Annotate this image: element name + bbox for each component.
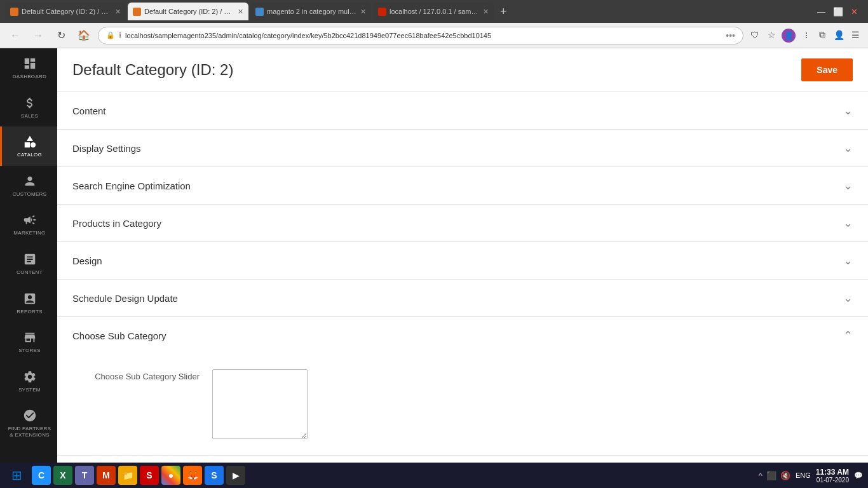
address-options[interactable]: ••• (726, 30, 735, 41)
sidebar-label-catalog: CATALOG (17, 152, 42, 158)
taskbar-app-app-s2[interactable]: S (205, 466, 224, 485)
taskbar-system-icons: ^ ⬛ 🔇 (759, 471, 790, 480)
sidebar-item-content[interactable]: CONTENT (0, 244, 57, 283)
back-button[interactable]: ← (6, 27, 24, 44)
reports-icon (22, 291, 37, 306)
catalog-icon (22, 134, 37, 149)
browser-tab-tab2[interactable]: Default Category (ID: 2) / Cate... ✕ (128, 3, 248, 20)
new-tab-button[interactable]: + (500, 5, 507, 18)
accordion-header-display-settings[interactable]: Display Settings ⌄ (57, 130, 868, 166)
svg-point-0 (30, 142, 35, 147)
maximize-button[interactable]: ⬜ (833, 7, 843, 17)
sidebar-item-partners[interactable]: FIND PARTNERS& EXTENSIONS (0, 400, 57, 445)
accordion-title-design: Design (72, 255, 102, 266)
accordion-section-content: Content ⌄ (57, 92, 868, 130)
sidebar-item-customers[interactable]: CUSTOMERS (0, 166, 57, 205)
accordion-section-seo: Search Engine Optimization ⌄ (57, 167, 868, 205)
accordion-title-display-settings: Display Settings (72, 143, 141, 154)
speaker-icon[interactable]: 🔇 (780, 471, 790, 480)
split-view-icon[interactable]: ⧉ (816, 29, 829, 41)
minimize-button[interactable]: — (817, 7, 825, 17)
network-icon[interactable]: ⬛ (766, 471, 776, 480)
taskbar-clock[interactable]: 11:33 AM 01-07-2020 (816, 468, 849, 484)
home-button[interactable]: 🏠 (75, 27, 93, 44)
sidebar-label-system: SYSTEM (18, 387, 41, 393)
notification-icon[interactable]: 💬 (854, 471, 863, 480)
sidebar-item-catalog[interactable]: CATALOG (0, 126, 57, 166)
page-header: Default Category (ID: 2) Save (57, 48, 868, 92)
sub-category-slider-select[interactable] (212, 369, 308, 439)
avatar-icon[interactable]: 👤 (782, 29, 796, 43)
sidebar-item-dashboard[interactable]: DASHBOARD (0, 48, 57, 88)
save-button[interactable]: Save (801, 58, 853, 81)
sidebar-item-sales[interactable]: SALES (0, 88, 57, 127)
accordion-chevron-schedule: ⌄ (843, 291, 853, 305)
address-text: localhost/samplemagento235/admin/catalog… (125, 32, 722, 39)
accordion-body-sub-category: Choose Sub Category Slider (57, 354, 868, 455)
accordion-chevron-content: ⌄ (843, 104, 853, 118)
accordion-section-sub-category: Choose Sub Category ⌃ Choose Sub Categor… (57, 317, 868, 456)
accordion-title-content: Content (72, 105, 106, 116)
accordion-header-design[interactable]: Design ⌄ (57, 242, 868, 279)
sub-category-slider-label: Choose Sub Category Slider (72, 369, 200, 381)
browser-toolbar: ← → ↻ 🏠 🔒 ℹ localhost/samplemagento235/a… (0, 23, 868, 48)
accordion-section-products: Products in Category ⌄ (57, 205, 868, 242)
accordion-header-products[interactable]: Products in Category ⌄ (57, 205, 868, 241)
reload-button[interactable]: ↻ (52, 27, 70, 44)
taskbar-right: ^ ⬛ 🔇 ENG 11:33 AM 01-07-2020 💬 (759, 468, 863, 484)
sidebar-label-partners: FIND PARTNERS& EXTENSIONS (8, 426, 51, 438)
sidebar-label-marketing: MARKETING (13, 230, 45, 236)
accordion-title-seo: Search Engine Optimization (72, 180, 191, 191)
taskbar-app-app-red[interactable]: M (97, 466, 116, 485)
taskbar: ⊞ CXTM📁S●🦊S▶ ^ ⬛ 🔇 ENG 11:33 AM 01-07-20… (0, 463, 868, 488)
taskbar-app-files[interactable]: 📁 (118, 466, 137, 485)
accordion-header-seo[interactable]: Search Engine Optimization ⌄ (57, 167, 868, 204)
customers-icon (22, 173, 37, 189)
taskbar-app-app-s[interactable]: S (140, 466, 159, 485)
sales-icon (22, 95, 37, 111)
taskbar-app-teams[interactable]: T (75, 466, 94, 485)
sidebar-item-stores[interactable]: STORES (0, 322, 57, 362)
sidebar: DASHBOARD SALES CATALOG CUSTOMERS MARKET… (0, 48, 57, 463)
sidebar-label-stores: STORES (18, 348, 41, 354)
browser-tab-tab1[interactable]: Default Category (ID: 2) / Cate... ✕ (5, 3, 126, 20)
content-icon (22, 252, 37, 267)
page-title: Default Category (ID: 2) (72, 61, 233, 79)
sub-category-slider-control (212, 369, 853, 440)
forward-button[interactable]: → (29, 27, 47, 44)
bookmark-icon[interactable]: ☆ (765, 29, 778, 41)
system-icon (22, 369, 37, 384)
shield-icon[interactable]: 🛡 (749, 29, 761, 41)
accordion-title-products: Products in Category (72, 218, 161, 229)
dashboard-icon (22, 56, 37, 71)
taskbar-app-cortana[interactable]: C (32, 466, 51, 485)
sidebar-item-reports[interactable]: REPORTS (0, 283, 57, 323)
profile-icon[interactable]: 👤 (832, 29, 845, 41)
sidebar-item-marketing[interactable]: MARKETING (0, 205, 57, 244)
browser-tab-tab3[interactable]: magento 2 in category multi s... ✕ (250, 3, 371, 20)
app-container: DASHBOARD SALES CATALOG CUSTOMERS MARKET… (0, 48, 868, 463)
taskbar-app-firefox[interactable]: 🦊 (183, 466, 202, 485)
bookmarks-icon[interactable]: ⫶ (799, 29, 812, 41)
accordion-section-design: Design ⌄ (57, 242, 868, 280)
taskbar-app-excel[interactable]: X (53, 466, 72, 485)
svg-rect-1 (24, 142, 29, 147)
address-bar[interactable]: 🔒 ℹ localhost/samplemagento235/admin/cat… (98, 27, 743, 44)
clock-time: 11:33 AM (816, 468, 849, 477)
accordion-header-content[interactable]: Content ⌄ (57, 92, 868, 129)
taskbar-app-chrome[interactable]: ● (161, 466, 180, 485)
accordion-chevron-seo: ⌄ (843, 179, 853, 193)
system-tray-expand[interactable]: ^ (759, 471, 763, 480)
language-indicator[interactable]: ENG (796, 471, 811, 479)
menu-icon[interactable]: ☰ (849, 29, 862, 41)
accordion-title-sub-category: Choose Sub Category (72, 330, 166, 341)
taskbar-app-terminal[interactable]: ▶ (226, 466, 245, 485)
browser-tab-tab4[interactable]: localhost / 127.0.0.1 / samplem... ✕ (373, 3, 494, 20)
sidebar-item-system[interactable]: SYSTEM (0, 362, 57, 401)
sidebar-label-content: CONTENT (17, 269, 43, 276)
accordion-header-sub-category[interactable]: Choose Sub Category ⌃ (57, 317, 868, 354)
start-button[interactable]: ⊞ (5, 464, 28, 487)
main-content: Content ⌄ Display Settings ⌄ Search Engi… (57, 92, 868, 463)
accordion-header-schedule[interactable]: Schedule Design Update ⌄ (57, 280, 868, 316)
close-button[interactable]: ✕ (851, 7, 858, 17)
